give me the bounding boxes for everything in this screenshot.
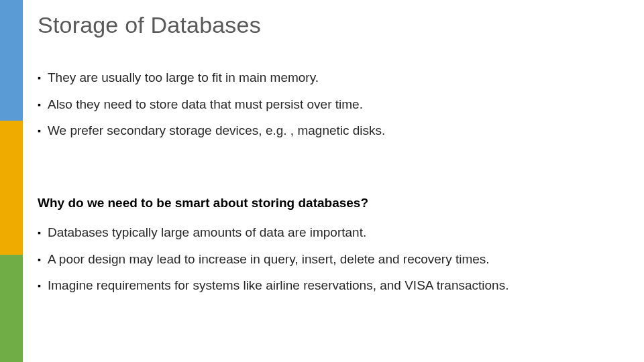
list-item: ▪ A poor design may lead to increase in … [38, 251, 617, 268]
bullet-icon: ▪ [38, 227, 41, 239]
bullet-text: Imagine requirements for systems like ai… [48, 277, 508, 294]
list-item: ▪ Databases typically large amounts of d… [38, 224, 617, 241]
bullet-text: Also they need to store data that must p… [48, 96, 363, 113]
bullet-icon: ▪ [38, 125, 41, 137]
list-item: ▪ Imagine requirements for systems like … [38, 277, 617, 294]
bullet-text: They are usually too large to fit in mai… [48, 69, 319, 86]
subheading: Why do we need to be smart about storing… [38, 196, 617, 210]
bullet-icon: ▪ [38, 280, 41, 292]
list-item: ▪ We prefer secondary storage devices, e… [38, 122, 617, 139]
bullet-text: Databases typically large amounts of dat… [48, 224, 366, 241]
bullet-text: We prefer secondary storage devices, e.g… [48, 122, 385, 139]
sidebar-bar-yellow [0, 121, 23, 255]
list-item: ▪ They are usually too large to fit in m… [38, 69, 617, 86]
list-item: ▪ Also they need to store data that must… [38, 96, 617, 113]
section-gap [38, 149, 617, 196]
sidebar-bar-blue [0, 0, 23, 121]
bullet-list-a: ▪ They are usually too large to fit in m… [38, 69, 617, 139]
bullet-icon: ▪ [38, 72, 41, 84]
slide-title: Storage of Databases [38, 12, 617, 38]
content-area: Storage of Databases ▪ They are usually … [38, 12, 617, 304]
slide: Storage of Databases ▪ They are usually … [0, 0, 644, 362]
bullet-icon: ▪ [38, 99, 41, 111]
bullet-text: A poor design may lead to increase in qu… [48, 251, 490, 268]
sidebar-stripe [0, 0, 23, 362]
bullet-icon: ▪ [38, 253, 41, 266]
sidebar-bar-green [0, 255, 23, 362]
bullet-list-b: ▪ Databases typically large amounts of d… [38, 224, 617, 294]
